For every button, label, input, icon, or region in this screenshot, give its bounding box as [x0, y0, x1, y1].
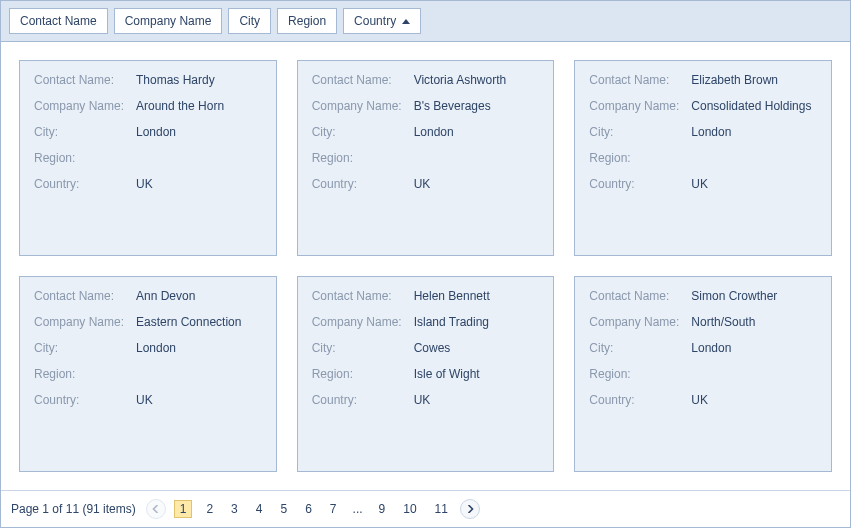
- field-label-contact-name: Contact Name:: [589, 73, 687, 87]
- contact-card[interactable]: Contact Name:Helen Bennett Company Name:…: [297, 276, 555, 472]
- field-value-country: UK: [691, 393, 708, 409]
- pager-page-list: 1 2 3 4 5 6 7 ... 9 10 11: [174, 500, 452, 518]
- cards-area: Contact Name:Thomas Hardy Company Name:A…: [1, 42, 850, 490]
- field-value-country: UK: [136, 177, 153, 193]
- field-label-region: Region:: [34, 367, 132, 381]
- card-grid-container: Contact Name Company Name City Region Co…: [0, 0, 851, 528]
- column-header-label: City: [239, 14, 260, 28]
- pager-page-number[interactable]: 5: [276, 500, 291, 518]
- column-header-label: Company Name: [125, 14, 212, 28]
- field-label-company-name: Company Name:: [589, 99, 687, 113]
- field-value-city: London: [691, 341, 731, 357]
- field-label-city: City:: [34, 341, 132, 355]
- field-value-contact-name: Simon Crowther: [691, 289, 777, 305]
- field-label-company-name: Company Name:: [34, 99, 132, 113]
- field-value-company-name: Around the Horn: [136, 99, 224, 115]
- field-label-company-name: Company Name:: [34, 315, 132, 329]
- pager-page-number[interactable]: 3: [227, 500, 242, 518]
- column-header-label: Region: [288, 14, 326, 28]
- column-header-bar: Contact Name Company Name City Region Co…: [1, 1, 850, 42]
- column-header-city[interactable]: City: [228, 8, 271, 34]
- field-label-contact-name: Contact Name:: [312, 73, 410, 87]
- pager-page-number[interactable]: 1: [174, 500, 193, 518]
- field-value-city: London: [691, 125, 731, 141]
- field-label-contact-name: Contact Name:: [34, 289, 132, 303]
- pager-page-number[interactable]: 2: [202, 500, 217, 518]
- contact-card[interactable]: Contact Name:Thomas Hardy Company Name:A…: [19, 60, 277, 256]
- field-label-city: City:: [589, 341, 687, 355]
- contact-card[interactable]: Contact Name:Elizabeth Brown Company Nam…: [574, 60, 832, 256]
- field-label-country: Country:: [34, 393, 132, 407]
- field-label-company-name: Company Name:: [589, 315, 687, 329]
- pager-next-button[interactable]: [460, 499, 480, 519]
- sort-ascending-icon: [402, 19, 410, 24]
- field-value-company-name: Island Trading: [414, 315, 489, 331]
- field-value-company-name: Eastern Connection: [136, 315, 241, 331]
- field-label-city: City:: [312, 125, 410, 139]
- field-value-contact-name: Thomas Hardy: [136, 73, 215, 89]
- field-label-region: Region:: [589, 367, 687, 381]
- pager-ellipsis[interactable]: ...: [351, 500, 365, 518]
- field-value-country: UK: [414, 393, 431, 409]
- field-value-company-name: North/South: [691, 315, 755, 331]
- pager-prev-button[interactable]: [146, 499, 166, 519]
- field-label-company-name: Company Name:: [312, 315, 410, 329]
- field-value-city: London: [136, 341, 176, 357]
- field-value-city: London: [136, 125, 176, 141]
- field-label-city: City:: [589, 125, 687, 139]
- field-value-contact-name: Ann Devon: [136, 289, 195, 305]
- field-label-contact-name: Contact Name:: [589, 289, 687, 303]
- field-value-country: UK: [691, 177, 708, 193]
- column-header-region[interactable]: Region: [277, 8, 337, 34]
- field-value-contact-name: Victoria Ashworth: [414, 73, 507, 89]
- field-value-country: UK: [136, 393, 153, 409]
- field-label-city: City:: [312, 341, 410, 355]
- pager-page-number[interactable]: 7: [326, 500, 341, 518]
- field-value-city: Cowes: [414, 341, 451, 357]
- field-value-contact-name: Elizabeth Brown: [691, 73, 778, 89]
- field-label-country: Country:: [312, 393, 410, 407]
- column-header-company-name[interactable]: Company Name: [114, 8, 223, 34]
- pager-page-number[interactable]: 6: [301, 500, 316, 518]
- field-label-company-name: Company Name:: [312, 99, 410, 113]
- chevron-right-icon: [466, 505, 474, 513]
- column-header-label: Country: [354, 14, 396, 28]
- contact-card[interactable]: Contact Name:Victoria Ashworth Company N…: [297, 60, 555, 256]
- pager-page-number[interactable]: 9: [375, 500, 390, 518]
- field-label-city: City:: [34, 125, 132, 139]
- field-label-country: Country:: [312, 177, 410, 191]
- pager-page-number[interactable]: 11: [431, 500, 452, 518]
- field-label-country: Country:: [589, 393, 687, 407]
- column-header-country[interactable]: Country: [343, 8, 421, 34]
- field-label-country: Country:: [34, 177, 132, 191]
- column-header-contact-name[interactable]: Contact Name: [9, 8, 108, 34]
- field-value-company-name: B's Beverages: [414, 99, 491, 115]
- field-value-company-name: Consolidated Holdings: [691, 99, 811, 115]
- field-label-contact-name: Contact Name:: [34, 73, 132, 87]
- field-label-region: Region:: [34, 151, 132, 165]
- field-label-region: Region:: [312, 367, 410, 381]
- field-value-city: London: [414, 125, 454, 141]
- chevron-left-icon: [152, 505, 160, 513]
- contact-card[interactable]: Contact Name:Ann Devon Company Name:East…: [19, 276, 277, 472]
- field-label-country: Country:: [589, 177, 687, 191]
- field-value-country: UK: [414, 177, 431, 193]
- pager-bar: Page 1 of 11 (91 items) 1 2 3 4 5 6 7 ..…: [1, 490, 850, 527]
- pager-summary: Page 1 of 11 (91 items): [11, 502, 136, 516]
- column-header-label: Contact Name: [20, 14, 97, 28]
- field-label-region: Region:: [589, 151, 687, 165]
- field-value-contact-name: Helen Bennett: [414, 289, 490, 305]
- field-label-contact-name: Contact Name:: [312, 289, 410, 303]
- field-label-region: Region:: [312, 151, 410, 165]
- field-value-region: Isle of Wight: [414, 367, 480, 383]
- contact-card[interactable]: Contact Name:Simon Crowther Company Name…: [574, 276, 832, 472]
- pager-page-number[interactable]: 4: [252, 500, 267, 518]
- pager-page-number[interactable]: 10: [399, 500, 420, 518]
